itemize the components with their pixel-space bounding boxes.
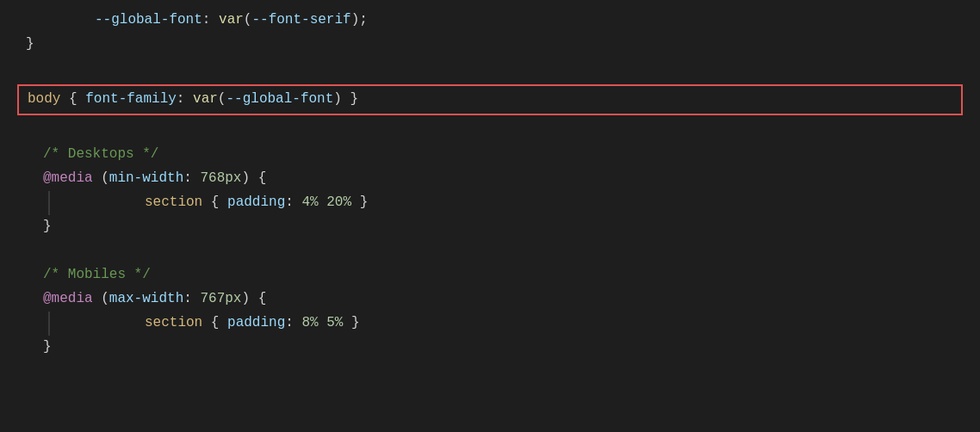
code-line-section-mobile: section { padding: 8% 5% } <box>48 312 980 336</box>
token-value: --font-serif <box>251 9 350 32</box>
code-line-close-media-mobile: } <box>0 336 980 360</box>
token-function: var <box>219 9 244 32</box>
token-brace-close-2: } <box>43 336 52 359</box>
code-line-media-desktop: @media (min-width: 768px) { <box>0 167 980 191</box>
token-value-padding-2a: 8% <box>301 312 318 335</box>
token-value-padding-2b: 5% <box>326 312 343 335</box>
token-property-padding-2: padding <box>227 312 285 335</box>
code-line-2: } <box>0 33 980 57</box>
code-line-comment-desktops: /* Desktops */ <box>0 143 980 167</box>
token-selector-body: body <box>28 89 60 111</box>
token-selector-section-1: section <box>145 192 202 214</box>
code-editor: --global-font: var(--font-serif); } body… <box>0 0 980 432</box>
code-line-media-mobile: @media (max-width: 767px) { <box>0 287 980 312</box>
token-var-name: --global-font <box>226 89 333 111</box>
token-selector-section-2: section <box>145 312 202 335</box>
token-at-rule-media: @media <box>43 168 93 190</box>
token-property-font: font-family <box>85 89 177 111</box>
blank-line-1 <box>0 57 980 81</box>
token-property-padding-1: padding <box>227 192 285 214</box>
code-line-close-media-desktop: } <box>0 215 980 239</box>
token-media-prop-2: max-width <box>109 288 183 311</box>
token-media-prop: min-width <box>109 168 183 190</box>
token-property: --global-font <box>95 9 202 32</box>
token-at-rule-media-2: @media <box>43 288 93 311</box>
token-value-padding-1b: 20% <box>326 192 351 214</box>
token-media-value: 768px <box>200 168 241 190</box>
blank-line-3 <box>0 239 980 263</box>
code-line-1: --global-font: var(--font-serif); <box>0 9 980 33</box>
blank-line-2 <box>0 119 980 143</box>
code-line-section-desktop: section { padding: 4% 20% } <box>48 191 980 215</box>
token-brace-close-1: } <box>43 216 52 238</box>
token-brace: } <box>26 34 34 56</box>
code-line-comment-mobiles: /* Mobiles */ <box>0 263 980 287</box>
token-comment-desktops: /* Desktops */ <box>43 144 158 166</box>
token-value-padding-1a: 4% <box>301 192 318 214</box>
token-function-var: var <box>193 89 218 111</box>
token-media-value-2: 767px <box>200 288 241 311</box>
highlighted-code-line: body { font-family: var(--global-font) } <box>17 84 963 115</box>
token-comment-mobiles: /* Mobiles */ <box>43 264 151 287</box>
